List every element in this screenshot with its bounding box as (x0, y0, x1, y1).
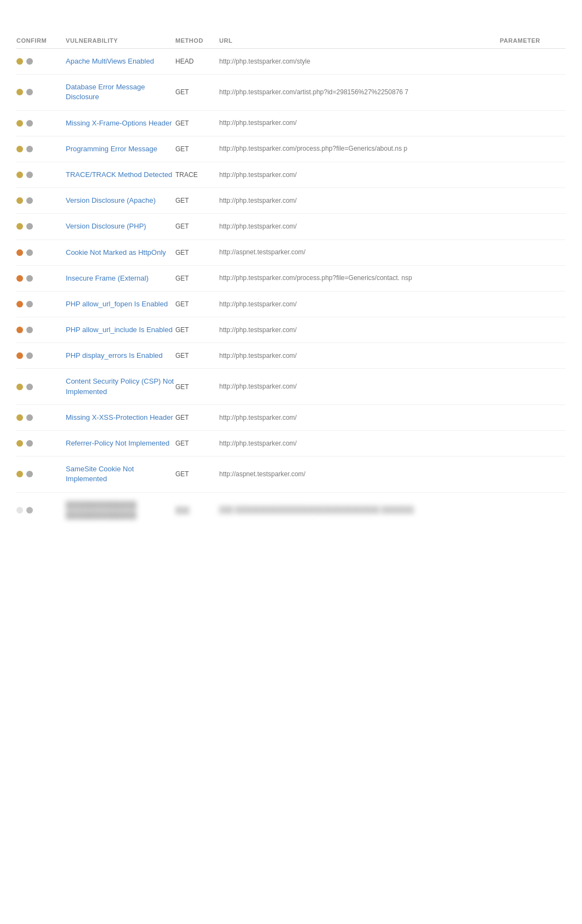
status-dot-1 (16, 384, 23, 390)
method-cell: GET (175, 223, 219, 230)
table-row[interactable]: Content Security Policy (CSP) Not Implem… (16, 369, 566, 404)
vulnerability-label: SameSite Cookie Not Implemented (66, 465, 134, 483)
method-cell: HEAD (175, 58, 219, 65)
table-row[interactable]: PHP allow_url_fopen Is EnabledGEThttp://… (16, 292, 566, 317)
status-dot-2 (26, 352, 33, 359)
table-row[interactable]: PHP display_errors Is EnabledGEThttp://p… (16, 343, 566, 369)
vulnerability-label: Version Disclosure (Apache) (66, 196, 156, 204)
status-dot-1 (16, 249, 23, 256)
status-dot-2 (26, 327, 33, 333)
method-cell: GET (175, 300, 219, 308)
status-dot-2 (26, 275, 33, 282)
table-row[interactable]: Insecure Frame (External)GEThttp://php.t… (16, 266, 566, 292)
status-dot-1 (16, 223, 23, 230)
table-row[interactable]: ██████████████ ████████████████████ ████… (16, 493, 566, 528)
header-confirm: CONFIRM (16, 37, 66, 44)
table-body: Apache MultiViews EnabledHEADhttp://php.… (16, 49, 566, 528)
vulnerability-name[interactable]: Content Security Policy (CSP) Not Implem… (66, 377, 175, 396)
vulnerability-label: PHP allow_url_include Is Enabled (66, 326, 173, 334)
status-dot-1 (16, 197, 23, 204)
url-cell[interactable]: ███ ███████████████████████████████ ████… (219, 505, 500, 515)
table-row[interactable]: Apache MultiViews EnabledHEADhttp://php.… (16, 49, 566, 75)
vulnerability-label: Content Security Policy (CSP) Not Implem… (66, 377, 174, 395)
table-row[interactable]: TRACE/TRACK Method DetectedTRACEhttp://p… (16, 162, 566, 188)
vulnerability-name[interactable]: Database Error Message Disclosure (66, 82, 175, 102)
status-dot-1 (16, 172, 23, 178)
url-cell[interactable]: http://php.testsparker.com/ (219, 413, 500, 423)
method-cell: ███ (175, 506, 219, 514)
vulnerability-name[interactable]: Cookie Not Marked as HttpOnly (66, 248, 175, 258)
status-dot-2 (26, 507, 33, 514)
status-dot-2 (26, 58, 33, 65)
table-row[interactable]: Missing X-XSS-Protection HeaderGEThttp:/… (16, 405, 566, 431)
table-row[interactable]: Missing X-Frame-Options HeaderGEThttp://… (16, 111, 566, 136)
url-cell[interactable]: http://php.testsparker.com/ (219, 382, 500, 391)
vulnerability-name[interactable]: Version Disclosure (PHP) (66, 221, 175, 231)
method-cell: GET (175, 414, 219, 421)
url-cell[interactable]: http://php.testsparker.com/ (219, 300, 500, 309)
method-cell: GET (175, 249, 219, 256)
vulnerability-name[interactable]: Referrer-Policy Not Implemented (66, 438, 175, 448)
status-dot-2 (26, 146, 33, 152)
status-dot-1 (16, 440, 23, 447)
vulnerability-name[interactable]: PHP allow_url_fopen Is Enabled (66, 299, 175, 309)
url-cell[interactable]: http://php.testsparker.com/ (219, 326, 500, 335)
vulnerability-name[interactable]: Apache MultiViews Enabled (66, 56, 175, 66)
vulnerability-name[interactable]: TRACE/TRACK Method Detected (66, 170, 175, 180)
url-cell[interactable]: http://php.testsparker.com/ (219, 222, 500, 231)
confirm-cell (16, 301, 66, 307)
vulnerability-name[interactable]: Version Disclosure (Apache) (66, 196, 175, 206)
vulnerability-name[interactable]: Programming Error Message (66, 144, 175, 154)
status-dot-2 (26, 301, 33, 307)
status-dot-1 (16, 120, 23, 127)
method-cell: GET (175, 352, 219, 360)
vulnerability-name[interactable]: ██████████████ ██████████████ (66, 500, 175, 520)
table-row[interactable]: SameSite Cookie Not ImplementedGEThttp:/… (16, 457, 566, 492)
table-row[interactable]: Database Error Message DisclosureGEThttp… (16, 75, 566, 110)
url-cell[interactable]: http://php.testsparker.com/ (219, 118, 500, 128)
url-cell[interactable]: http://aspnet.testsparker.com/ (219, 470, 500, 479)
confirm-cell (16, 384, 66, 390)
header-method: METHOD (175, 37, 219, 44)
confirm-cell (16, 58, 66, 65)
vulnerability-name[interactable]: PHP display_errors Is Enabled (66, 351, 175, 361)
url-cell[interactable]: http://php.testsparker.com/ (219, 351, 500, 361)
url-cell[interactable]: http://php.testsparker.com/style (219, 57, 500, 66)
url-cell[interactable]: http://php.testsparker.com/artist.php?id… (219, 88, 500, 97)
status-dot-2 (26, 249, 33, 256)
table-header: CONFIRM VULNERABILITY METHOD URL PARAMET… (16, 33, 566, 49)
vulnerability-label: ██████████████ ██████████████ (66, 501, 136, 519)
url-cell[interactable]: http://php.testsparker.com/ (219, 196, 500, 206)
vulnerability-name[interactable]: Insecure Frame (External) (66, 273, 175, 283)
url-cell[interactable]: http://php.testsparker.com/process.php?f… (219, 273, 500, 283)
table-row[interactable]: PHP allow_url_include Is EnabledGEThttp:… (16, 317, 566, 343)
method-cell: TRACE (175, 171, 219, 179)
table-row[interactable]: Referrer-Policy Not ImplementedGEThttp:/… (16, 431, 566, 457)
url-cell[interactable]: http://aspnet.testsparker.com/ (219, 248, 500, 257)
url-cell[interactable]: http://php.testsparker.com/ (219, 170, 500, 180)
method-cell: GET (175, 197, 219, 204)
vulnerability-label: Programming Error Message (66, 145, 157, 153)
vulnerability-label: Version Disclosure (PHP) (66, 222, 146, 230)
status-dot-2 (26, 172, 33, 178)
vulnerability-name[interactable]: SameSite Cookie Not Implemented (66, 464, 175, 484)
status-dot-1 (16, 89, 23, 95)
method-cell: GET (175, 275, 219, 282)
url-cell[interactable]: http://php.testsparker.com/process.php?f… (219, 144, 500, 153)
confirm-cell (16, 327, 66, 333)
vulnerability-name[interactable]: PHP allow_url_include Is Enabled (66, 325, 175, 335)
status-dot-1 (16, 352, 23, 359)
url-cell[interactable]: http://php.testsparker.com/ (219, 439, 500, 448)
vulnerability-name[interactable]: Missing X-Frame-Options Header (66, 118, 175, 128)
status-dot-2 (26, 223, 33, 230)
table-row[interactable]: Version Disclosure (PHP)GEThttp://php.te… (16, 214, 566, 239)
status-dot-2 (26, 89, 33, 95)
confirm-cell (16, 120, 66, 127)
table-row[interactable]: Cookie Not Marked as HttpOnlyGEThttp://a… (16, 240, 566, 266)
status-dot-1 (16, 301, 23, 307)
table-row[interactable]: Programming Error MessageGEThttp://php.t… (16, 136, 566, 162)
status-dot-2 (26, 120, 33, 127)
vulnerability-name[interactable]: Missing X-XSS-Protection Header (66, 413, 175, 423)
table-row[interactable]: Version Disclosure (Apache)GEThttp://php… (16, 188, 566, 214)
header-url: URL (219, 37, 500, 44)
